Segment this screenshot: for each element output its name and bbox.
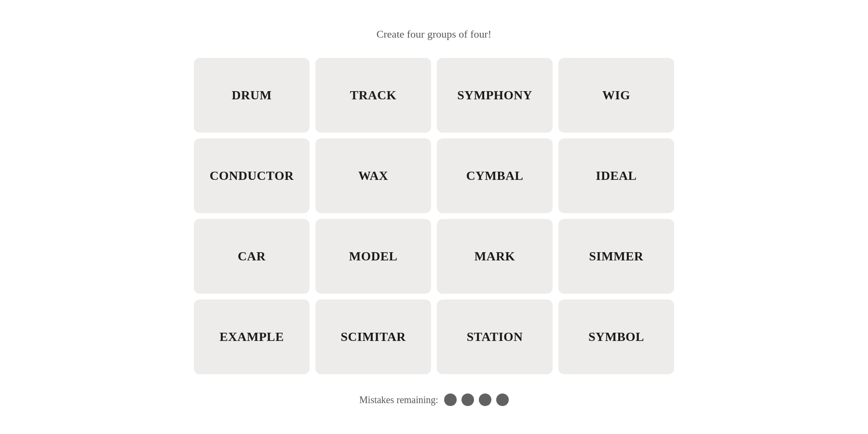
tile-label-wig: WIG [602,88,630,103]
tile-car[interactable]: CAR [194,219,310,294]
tile-label-conductor: CONDUCTOR [210,169,294,183]
tile-ideal[interactable]: IDEAL [558,138,674,213]
mistake-dot-1 [444,393,457,406]
tile-wig[interactable]: WIG [558,58,674,133]
tile-label-mark: MARK [475,249,515,264]
subtitle: Create four groups of four! [377,28,491,41]
tile-label-drum: DRUM [232,88,272,103]
tile-label-model: MODEL [349,249,398,264]
tile-label-track: TRACK [350,88,396,103]
tile-simmer[interactable]: SIMMER [558,219,674,294]
tile-label-simmer: SIMMER [589,249,644,264]
mistake-dot-2 [461,393,474,406]
mistake-dot-3 [479,393,491,406]
tile-label-wax: WAX [358,169,388,183]
tile-station[interactable]: STATION [437,299,553,374]
tile-conductor[interactable]: CONDUCTOR [194,138,310,213]
tile-label-scimitar: SCIMITAR [341,330,406,344]
tile-label-ideal: IDEAL [596,169,637,183]
tile-model[interactable]: MODEL [315,219,431,294]
tile-label-symbol: SYMBOL [588,330,644,344]
tile-cymbal[interactable]: CYMBAL [437,138,553,213]
tile-example[interactable]: EXAMPLE [194,299,310,374]
tile-track[interactable]: TRACK [315,58,431,133]
tile-scimitar[interactable]: SCIMITAR [315,299,431,374]
tile-wax[interactable]: WAX [315,138,431,213]
tile-grid: DRUMTRACKSYMPHONYWIGCONDUCTORWAXCYMBALID… [194,58,674,374]
tile-label-example: EXAMPLE [219,330,284,344]
tile-label-symphony: SYMPHONY [457,88,532,103]
tile-mark[interactable]: MARK [437,219,553,294]
tile-symbol[interactable]: SYMBOL [558,299,674,374]
mistakes-label: Mistakes remaining: [359,394,438,406]
tile-label-car: CAR [238,249,266,264]
mistake-dot-4 [496,393,509,406]
mistakes-row: Mistakes remaining: [359,393,509,406]
tile-label-station: STATION [467,330,523,344]
page-wrapper: Create four groups of four! DRUMTRACKSYM… [0,9,868,425]
tile-symphony[interactable]: SYMPHONY [437,58,553,133]
tile-label-cymbal: CYMBAL [466,169,524,183]
mistakes-dots [444,393,509,406]
tile-drum[interactable]: DRUM [194,58,310,133]
